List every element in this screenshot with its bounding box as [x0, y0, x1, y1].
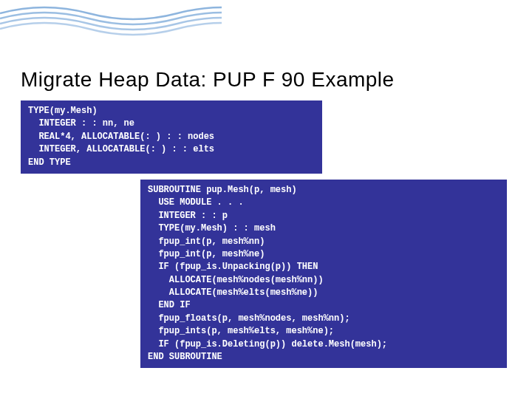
slide-content: Migrate Heap Data: PUP F 90 Example TYPE… [0, 0, 532, 368]
subroutine-code: SUBROUTINE pup.Mesh(p, mesh) USE MODULE … [140, 180, 507, 368]
page-title: Migrate Heap Data: PUP F 90 Example [21, 68, 511, 92]
wave-decoration [0, 0, 222, 52]
type-definition-code: TYPE(my.Mesh) INTEGER : : nn, ne REAL*4,… [21, 100, 322, 174]
